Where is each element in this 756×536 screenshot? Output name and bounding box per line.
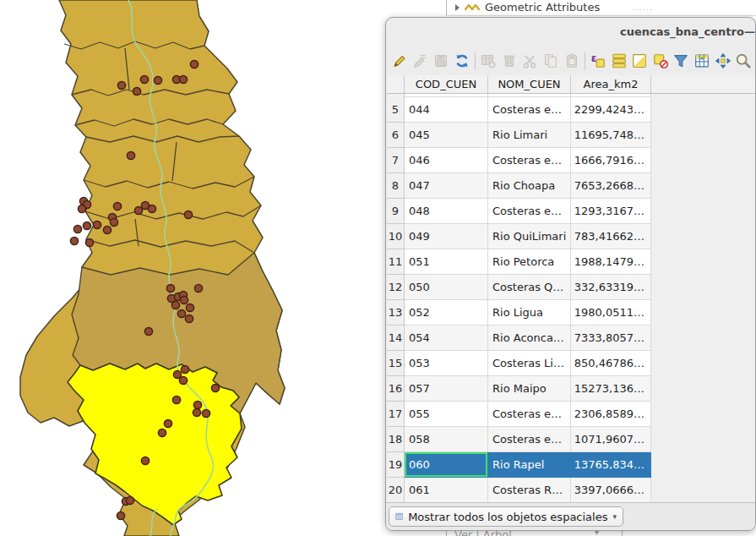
table-row[interactable]: 15053Costeras Li…850,46786… <box>387 351 756 376</box>
row-number[interactable]: 19 <box>387 452 405 478</box>
row-number[interactable]: 14 <box>387 325 405 351</box>
toolbox-item-geometric-attributes[interactable]: Geometric Attributes <box>455 1 600 14</box>
cell-area-km2[interactable]: 2299,4243… <box>571 97 651 123</box>
drag-handle-dots[interactable]: ······ <box>632 5 653 14</box>
pan-to-selection-button[interactable] <box>714 52 732 70</box>
cell-cod-cuen[interactable]: 048 <box>405 199 488 224</box>
table-row[interactable]: 7046Costeras e…1666,7916… <box>387 148 756 173</box>
row-number[interactable]: 6 <box>387 123 405 148</box>
cell-nom-cuen[interactable]: Rio Choapa <box>488 173 571 199</box>
row-number[interactable]: 7 <box>387 148 405 173</box>
zoom-to-selection-button[interactable] <box>734 52 753 70</box>
select-all-button[interactable] <box>610 52 628 70</box>
column-header-nom-cuen[interactable]: NOM_CUEN <box>488 75 571 94</box>
cell-nom-cuen[interactable]: Costeras e… <box>488 148 571 173</box>
deselect-all-button[interactable] <box>651 52 670 70</box>
window-titlebar[interactable]: cuencas_bna_centro— O <box>386 18 755 46</box>
table-row[interactable]: 8047Rio Choapa7653,2668… <box>387 173 756 199</box>
table-row[interactable]: 20061Costeras R…3397,0666… <box>387 478 756 503</box>
cell-cod-cuen[interactable]: 051 <box>405 249 488 275</box>
cell-area-km2[interactable]: 1988,1479… <box>571 249 651 275</box>
copy-button[interactable] <box>541 52 560 70</box>
multi-edit-button[interactable] <box>411 52 430 70</box>
cell-cod-cuen[interactable]: 046 <box>405 148 488 173</box>
cell-cod-cuen[interactable]: 057 <box>405 376 488 402</box>
cell-area-km2[interactable]: 13765,834… <box>571 452 651 478</box>
select-by-expression-button[interactable]: ε <box>589 52 607 70</box>
cell-area-km2[interactable]: 1293,3167… <box>571 199 651 224</box>
cell-area-km2[interactable]: 1980,0511… <box>571 300 651 325</box>
table-row[interactable]: 6045Rio Limari11695,748… <box>387 123 756 148</box>
cut-button[interactable] <box>521 52 540 70</box>
row-number[interactable]: 5 <box>387 97 405 123</box>
cell-area-km2[interactable]: 7653,2668… <box>571 173 651 199</box>
cell-area-km2[interactable]: 3397,0666… <box>571 478 651 503</box>
cell-nom-cuen[interactable]: Rio QuiLimari <box>488 224 571 249</box>
corner-header-cell[interactable] <box>387 75 405 94</box>
cell-area-km2[interactable]: 1071,9607… <box>571 427 651 452</box>
toggle-editing-button[interactable] <box>390 52 409 70</box>
cell-nom-cuen[interactable]: Rio Petorca <box>488 249 571 275</box>
column-header-cod-cuen[interactable]: COD_CUEN <box>405 75 488 94</box>
reload-table-button[interactable] <box>453 52 471 70</box>
table-row[interactable]: 14054Rio Aconca…7333,8057… <box>387 325 756 351</box>
cell-cod-cuen[interactable]: 061 <box>405 478 488 503</box>
cell-nom-cuen[interactable]: Costeras e… <box>488 199 571 224</box>
cell-area-km2[interactable]: 850,46786… <box>571 351 651 376</box>
cell-cod-cuen[interactable]: 045 <box>405 123 488 148</box>
cell-area-km2[interactable]: 11695,748… <box>571 123 651 148</box>
table-row[interactable]: 17055Costeras e…2306,8589… <box>387 402 756 427</box>
cell-cod-cuen[interactable]: 054 <box>405 325 488 351</box>
table-row[interactable]: 9048Costeras e…1293,3167… <box>387 199 756 224</box>
cell-nom-cuen[interactable]: Rio Limari <box>488 123 571 148</box>
cell-nom-cuen[interactable]: Costeras e… <box>488 427 571 452</box>
table-row[interactable]: 18058Costeras e…1071,9607… <box>387 427 756 452</box>
cell-nom-cuen[interactable]: Rio Rapel <box>488 452 571 478</box>
row-number[interactable]: 18 <box>387 427 405 452</box>
cell-area-km2[interactable]: 1666,7916… <box>571 148 651 173</box>
row-number[interactable]: 10 <box>387 224 405 249</box>
row-number[interactable]: 17 <box>387 402 405 427</box>
delete-selected-button[interactable] <box>500 52 519 70</box>
row-number[interactable]: 12 <box>387 275 405 300</box>
toolbox-item-label[interactable]: Geometric Attributes <box>485 1 600 14</box>
cell-cod-cuen[interactable]: 047 <box>405 173 488 199</box>
cell-nom-cuen[interactable]: Costeras Q… <box>488 275 571 300</box>
cell-nom-cuen[interactable]: Costeras Li… <box>488 351 571 376</box>
cell-cod-cuen[interactable]: 049 <box>405 224 488 249</box>
cell-area-km2[interactable]: 7333,8057… <box>571 325 651 351</box>
table-row[interactable]: 11051Rio Petorca1988,1479… <box>387 249 756 275</box>
cell-cod-cuen[interactable]: 055 <box>405 402 488 427</box>
row-number[interactable]: 20 <box>387 478 405 503</box>
cell-area-km2[interactable]: 15273,136… <box>571 376 651 402</box>
move-selection-to-top-button[interactable] <box>693 52 711 70</box>
map-canvas[interactable] <box>0 0 386 536</box>
cell-nom-cuen[interactable]: Rio Ligua <box>488 300 571 325</box>
cell-cod-cuen[interactable]: 050 <box>405 275 488 300</box>
cell-nom-cuen[interactable]: Rio Aconca… <box>488 325 571 351</box>
filter-select-button[interactable] <box>672 52 691 70</box>
cell-nom-cuen[interactable]: Costeras R… <box>488 478 571 503</box>
add-feature-button[interactable] <box>479 52 498 70</box>
cell-nom-cuen[interactable]: Costeras e… <box>488 402 571 427</box>
row-number[interactable]: 8 <box>387 173 405 199</box>
row-number[interactable]: 16 <box>387 376 405 402</box>
row-number[interactable]: 11 <box>387 249 405 275</box>
table-row[interactable]: 13052Rio Ligua1980,0511… <box>387 300 756 325</box>
cell-area-km2[interactable]: 332,63319… <box>571 275 651 300</box>
cell-nom-cuen[interactable]: Rio Maipo <box>488 376 571 402</box>
cell-area-km2[interactable]: 783,41662… <box>571 224 651 249</box>
row-number[interactable]: 15 <box>387 351 405 376</box>
cell-cod-cuen[interactable]: 053 <box>405 351 488 376</box>
column-header-area-km2[interactable]: Area_km2 <box>571 75 651 94</box>
save-edits-button[interactable] <box>432 52 450 70</box>
table-row[interactable]: 10049Rio QuiLimari783,41662… <box>387 224 756 249</box>
paste-button[interactable] <box>563 52 581 70</box>
cell-nom-cuen[interactable]: Costeras e… <box>488 97 571 123</box>
invert-selection-button[interactable] <box>631 52 650 70</box>
table-row[interactable]: 19060Rio Rapel13765,834… <box>387 452 756 478</box>
table-row[interactable]: 5044Costeras e…2299,4243… <box>387 97 756 123</box>
table-row[interactable]: 16057Rio Maipo15273,136… <box>387 376 756 402</box>
cell-cod-cuen[interactable]: 058 <box>405 427 488 452</box>
row-number[interactable]: 13 <box>387 300 405 325</box>
